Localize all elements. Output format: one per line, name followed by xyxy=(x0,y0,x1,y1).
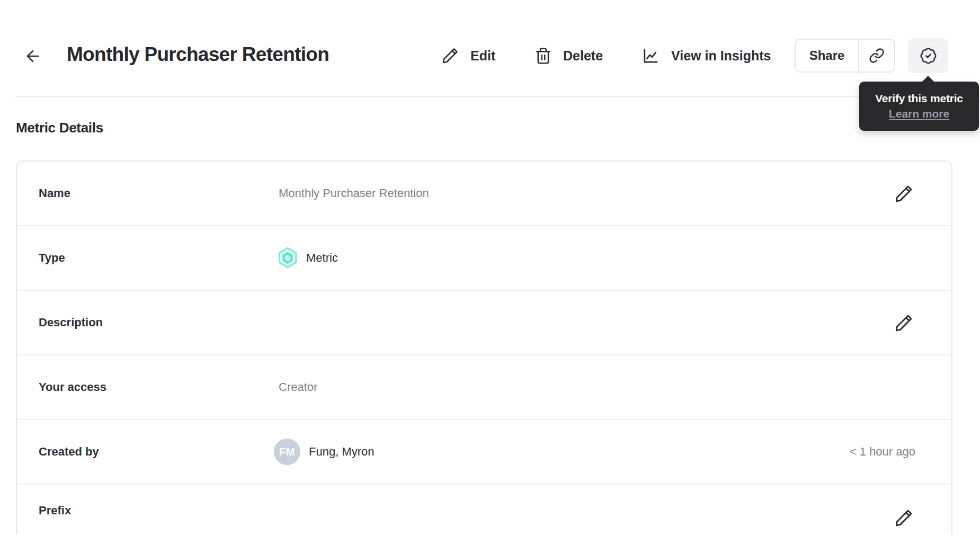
row-label: Description xyxy=(39,316,279,329)
edit-description-button[interactable] xyxy=(889,308,919,337)
verify-tooltip-title: Verify this metric xyxy=(875,92,963,105)
metric-details-card: Name Monthly Purchaser Retention Type xyxy=(16,160,952,535)
back-button[interactable] xyxy=(22,46,43,67)
row-label: Name xyxy=(39,186,279,200)
copy-link-button[interactable] xyxy=(858,39,895,73)
edit-button-label: Edit xyxy=(470,48,495,64)
type-value-label: Metric xyxy=(306,251,338,265)
learn-more-link[interactable]: Learn more xyxy=(889,108,949,120)
detail-row-prefix: Prefix xyxy=(17,485,951,535)
row-value: Creator xyxy=(279,380,317,394)
pencil-icon xyxy=(894,508,914,528)
pencil-icon xyxy=(894,184,914,203)
row-label: Created by xyxy=(39,445,279,459)
page-title: Monthly Purchaser Retention xyxy=(67,43,329,66)
section-heading: Metric Details xyxy=(16,120,103,136)
row-value: Monthly Purchaser Retention xyxy=(279,186,429,200)
detail-row-your-access: Your access Creator xyxy=(17,355,951,420)
header-divider xyxy=(15,96,980,97)
line-chart-icon xyxy=(642,47,660,65)
row-value: Metric xyxy=(279,247,338,269)
row-label: Prefix xyxy=(39,504,279,518)
view-in-insights-button[interactable]: View in Insights xyxy=(642,44,771,67)
edit-name-button[interactable] xyxy=(889,179,919,208)
edit-prefix-button[interactable] xyxy=(889,503,919,532)
detail-row-type: Type Metric xyxy=(17,226,951,291)
share-button[interactable]: Share xyxy=(795,39,859,73)
row-label: Your access xyxy=(39,380,279,394)
detail-row-description: Description xyxy=(17,291,951,355)
view-in-insights-label: View in Insights xyxy=(671,48,771,64)
row-value: FM Fung, Myron xyxy=(279,439,375,465)
detail-row-created-by: Created by FM Fung, Myron < 1 hour ago xyxy=(17,420,951,485)
avatar: FM xyxy=(274,439,300,465)
arrow-left-icon xyxy=(24,47,42,65)
created-by-name: Fung, Myron xyxy=(309,445,375,459)
verify-metric-button[interactable] xyxy=(908,38,948,73)
trash-icon xyxy=(534,47,552,65)
badge-check-icon xyxy=(920,47,937,65)
detail-row-name: Name Monthly Purchaser Retention xyxy=(17,162,951,226)
verify-tooltip: Verify this metric Learn more xyxy=(859,82,979,131)
metric-details-page: Monthly Purchaser Retention Edit Delete … xyxy=(0,0,980,535)
created-time: < 1 hour ago xyxy=(850,445,915,459)
pencil-icon xyxy=(894,313,914,333)
metric-hexagon-icon xyxy=(277,246,299,270)
edit-button[interactable]: Edit xyxy=(441,44,495,67)
row-label: Type xyxy=(39,251,279,265)
delete-button-label: Delete xyxy=(563,48,603,64)
delete-button[interactable]: Delete xyxy=(534,44,603,67)
pencil-icon xyxy=(441,47,459,65)
link-icon xyxy=(869,48,885,64)
